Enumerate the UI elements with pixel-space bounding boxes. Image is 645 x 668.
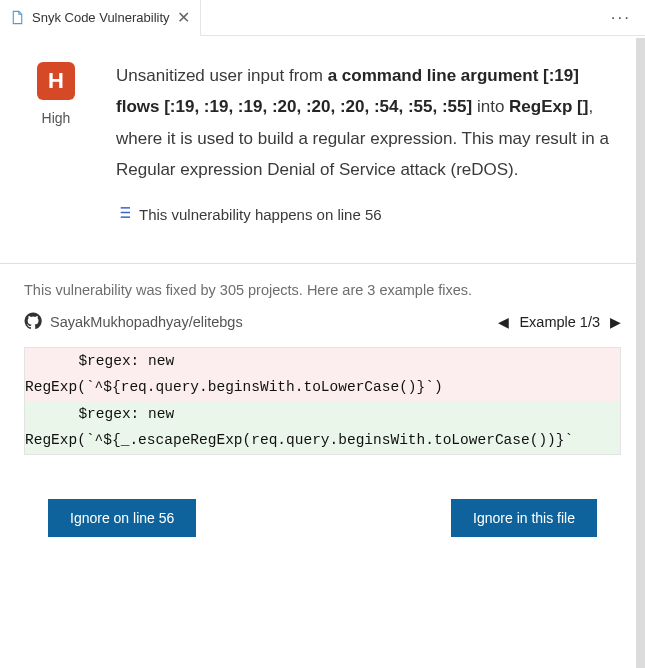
ignore-in-file-button[interactable]: Ignore in this file — [451, 499, 597, 537]
desc-mid: into — [472, 97, 509, 116]
main-content: H High Unsanitized user input from a com… — [0, 36, 645, 237]
diff-added-line: $regex: new — [25, 401, 620, 427]
active-tab[interactable]: Snyk Code Vulnerability ✕ — [0, 0, 201, 36]
ignore-on-line-button[interactable]: Ignore on line 56 — [48, 499, 196, 537]
line-info-row: This vulnerability happens on line 56 — [116, 206, 619, 223]
more-icon[interactable]: ··· — [605, 8, 637, 28]
diff-added-line: RegExp(`^${_.escapeRegExp(req.query.begi… — [25, 427, 620, 453]
tab-title: Snyk Code Vulnerability — [32, 10, 170, 25]
example-pager: ◀ Example 1/3 ▶ — [498, 314, 621, 330]
action-bar: Ignore on line 56 Ignore in this file — [0, 473, 645, 565]
severity-badge: H — [37, 62, 75, 100]
pager-label: Example 1/3 — [519, 314, 600, 330]
github-icon — [24, 312, 42, 333]
diff-removed-line: RegExp(`^${req.query.beginsWith.toLowerC… — [25, 374, 620, 400]
example-fixes-section: This vulnerability was fixed by 305 proj… — [0, 282, 645, 473]
desc-sink: RegExp [] — [509, 97, 588, 116]
repo-name: SayakMukhopadhyay/elitebgs — [50, 314, 243, 330]
list-icon — [116, 206, 131, 222]
code-diff: $regex: new RegExp(`^${req.query.beginsW… — [24, 347, 621, 455]
desc-pre: Unsanitized user input from — [116, 66, 328, 85]
diff-removed-line: $regex: new — [25, 348, 620, 374]
tab-bar: Snyk Code Vulnerability ✕ ··· — [0, 0, 645, 36]
scrollbar[interactable] — [636, 38, 645, 565]
severity-column: H High — [26, 60, 86, 223]
close-icon[interactable]: ✕ — [177, 10, 190, 26]
description-column: Unsanitized user input from a command li… — [116, 60, 619, 223]
divider — [0, 263, 645, 264]
fixes-intro: This vulnerability was fixed by 305 proj… — [24, 282, 621, 298]
next-example-icon[interactable]: ▶ — [610, 314, 621, 330]
severity-label: High — [42, 110, 71, 126]
example-repo[interactable]: SayakMukhopadhyay/elitebgs — [24, 312, 243, 333]
file-icon — [10, 10, 25, 25]
vulnerability-description: Unsanitized user input from a command li… — [116, 60, 619, 186]
line-info-text: This vulnerability happens on line 56 — [139, 206, 382, 223]
prev-example-icon[interactable]: ◀ — [498, 314, 509, 330]
